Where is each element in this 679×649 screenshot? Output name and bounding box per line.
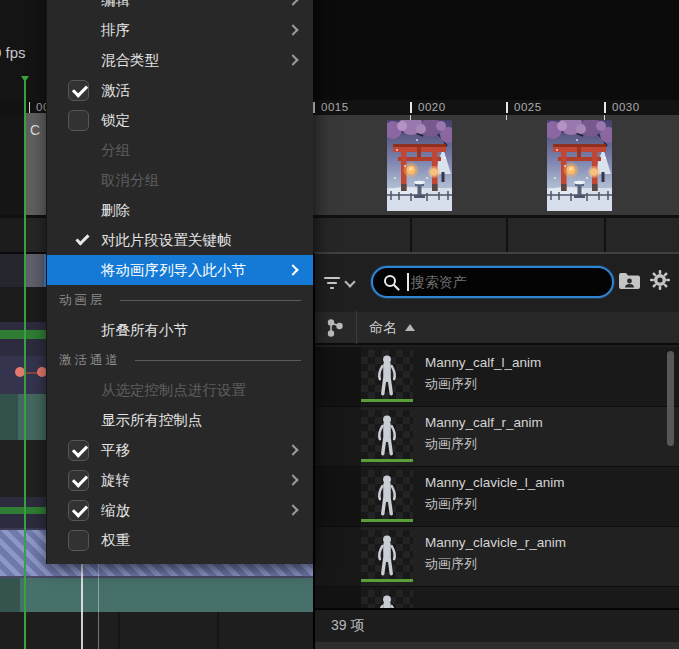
menu-item-rotation[interactable]: 旋转 <box>47 465 313 495</box>
menu-item-locked[interactable]: 锁定 <box>47 105 313 135</box>
playhead-marker[interactable] <box>21 76 29 82</box>
frame-thumbnail-torii-1[interactable] <box>387 120 452 211</box>
menu-item-group: 分组 <box>47 135 313 165</box>
asset-browser-panel: 命名 Manny_calf_l_anim 动画序列 <box>313 252 679 649</box>
asset-type: 动画序列 <box>425 495 565 513</box>
band-tick <box>506 115 507 120</box>
checkbox-checked-icon <box>68 470 89 491</box>
asset-type: 动画序列 <box>425 555 566 573</box>
asset-type: 动画序列 <box>425 435 543 453</box>
row-gutter <box>315 467 361 526</box>
asset-name: Manny_clavicle_l_anim <box>425 475 565 490</box>
menu-item-show-all-controls[interactable]: 显示所有控制点 <box>47 405 313 435</box>
chevron-right-icon <box>287 54 298 65</box>
search-icon <box>383 274 400 291</box>
anim-sequence-color-bar <box>361 459 413 462</box>
menu-item-edit[interactable]: 编辑 <box>47 0 313 15</box>
row-gutter <box>315 407 361 466</box>
unreal-sequencer-screen: 0 fps 00 0015 0020 0025 0030 C <box>0 0 679 649</box>
menu-item-key-this-section[interactable]: 对此片段设置关键帧 <box>47 225 313 255</box>
filter-icon <box>323 275 341 291</box>
item-count: 39 项 <box>331 617 364 635</box>
track-row-teal-edge <box>0 578 20 612</box>
ruler-label: 0030 <box>612 102 640 113</box>
menu-item-translation[interactable]: 平移 <box>47 435 313 465</box>
track-row-teal <box>0 578 313 612</box>
filter-button[interactable] <box>323 275 354 291</box>
checkbox-checked-icon <box>68 440 89 461</box>
row-gutter <box>315 527 361 586</box>
menu-item-import-anim-sequence[interactable]: 将动画序列导入此小节 <box>47 255 313 285</box>
asset-thumbnail <box>361 590 413 608</box>
frame-thumbnail-torii-2[interactable] <box>547 120 612 211</box>
menu-item-blend-type[interactable]: 混合类型 <box>47 45 313 75</box>
menu-item-weight[interactable]: 权重 <box>47 525 313 555</box>
asset-type: 动画序列 <box>425 375 541 393</box>
asset-row[interactable]: Manny_clavicle_l_anim 动画序列 <box>315 467 679 527</box>
grid-line <box>118 612 120 649</box>
track-row-teal-edge <box>0 394 18 440</box>
asset-name: Manny_calf_r_anim <box>425 415 543 430</box>
search-input[interactable] <box>411 274 602 290</box>
track-left-gutter <box>0 115 24 215</box>
folder-picker-button[interactable] <box>618 272 641 290</box>
asset-row-partial[interactable] <box>315 587 679 608</box>
section-divider <box>410 218 412 252</box>
ruler-tick <box>29 102 30 113</box>
checkbox-checked-icon <box>68 500 89 521</box>
section-context-menu: 编辑 排序 混合类型 激活 锁定 分组 取消分组 <box>46 0 313 564</box>
menu-item-scale[interactable]: 缩放 <box>47 495 313 525</box>
row-gutter <box>315 587 361 608</box>
section-divider <box>604 218 606 252</box>
scrollbar-thumb[interactable] <box>667 351 674 446</box>
ruler-label: 0025 <box>514 102 542 113</box>
asset-row[interactable]: Manny_clavicle_r_anim 动画序列 <box>315 527 679 587</box>
menu-item-ungroup: 取消分组 <box>47 165 313 195</box>
clip-label: C <box>30 122 40 138</box>
asset-thumbnail <box>361 470 413 526</box>
panel-bottom-strip <box>315 642 679 649</box>
revision-control-icon <box>327 319 344 337</box>
asset-thumbnail <box>361 530 413 586</box>
ruler-label: 0015 <box>321 102 349 113</box>
ruler-tick <box>313 102 315 113</box>
menu-item-collapse-all-sections[interactable]: 折叠所有小节 <box>47 315 313 345</box>
asset-search-box[interactable] <box>371 266 614 298</box>
playhead-line[interactable] <box>24 80 26 649</box>
section-divider-line <box>120 300 302 301</box>
asset-browser-status-bar: 39 项 <box>315 608 679 642</box>
asset-row[interactable]: Manny_calf_l_anim 动画序列 <box>315 347 679 407</box>
anim-sequence-color-bar <box>361 399 413 402</box>
ruler-tick <box>506 102 508 113</box>
asset-list[interactable]: Manny_calf_l_anim 动画序列 Manny_calf_r_anim… <box>315 347 679 608</box>
chevron-right-icon <box>287 24 298 35</box>
chevron-down-icon <box>344 276 355 287</box>
asset-name: Manny_calf_l_anim <box>425 355 541 370</box>
section-track-gutter <box>0 218 26 252</box>
menu-section-animation-layers: 动画层 <box>47 285 313 315</box>
menu-item-active[interactable]: 激活 <box>47 75 313 105</box>
anim-sequence-color-bar <box>361 519 413 522</box>
chevron-right-icon <box>287 504 298 515</box>
track-section[interactable] <box>26 254 44 287</box>
menu-item-sort[interactable]: 排序 <box>47 15 313 45</box>
ruler-tick <box>410 102 412 113</box>
section-divider-line <box>135 360 301 361</box>
asset-browser-toolbar <box>315 254 679 312</box>
anim-sequence-color-bar <box>361 579 413 582</box>
menu-section-active-channels: 激活通道 <box>47 345 313 375</box>
chevron-right-icon <box>287 444 298 455</box>
grid-line <box>217 612 219 649</box>
sort-ascending-icon <box>405 324 415 331</box>
asset-row[interactable]: Manny_calf_r_anim 动画序列 <box>315 407 679 467</box>
row-gutter <box>315 347 361 406</box>
checkbox-checked-icon <box>68 80 89 101</box>
settings-button[interactable] <box>650 270 670 290</box>
folder-person-icon <box>618 272 641 290</box>
ruler-label: 0020 <box>418 102 446 113</box>
asset-thumbnail <box>361 410 413 466</box>
name-column-header[interactable]: 命名 <box>369 319 415 337</box>
checkbox-unchecked-icon <box>68 530 89 551</box>
menu-item-delete[interactable]: 删除 <box>47 195 313 225</box>
asset-name: Manny_clavicle_r_anim <box>425 535 566 550</box>
